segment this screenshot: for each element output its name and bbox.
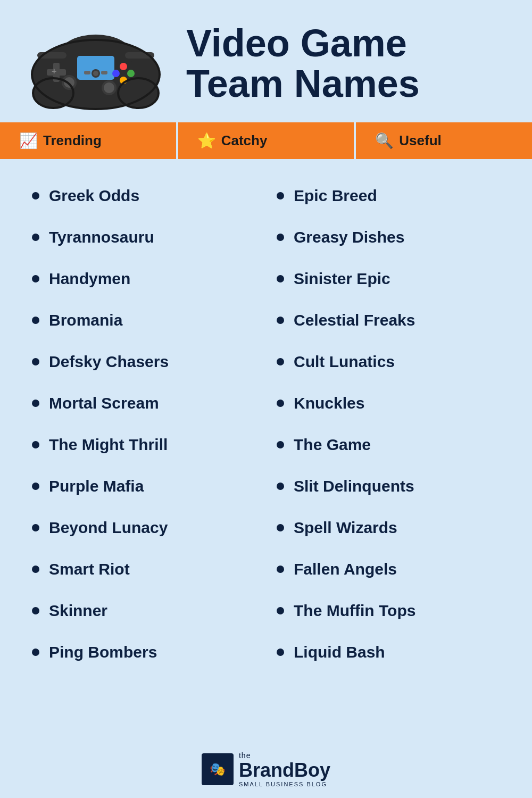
item-text: Smart Riot [49,560,130,578]
item-text: Ping Bombers [49,643,157,661]
catchy-icon: ⭐ [197,132,216,149]
item-text: Fallen Angels [294,560,397,578]
brand-icon: 🎭 [202,753,234,785]
svg-point-9 [127,70,135,77]
item-text: Knuckles [294,394,364,412]
item-text: Slit Delinquents [294,477,414,495]
bullet-icon [32,358,39,365]
tab-useful[interactable]: 🔍 Useful [356,122,532,159]
item-text: Sinister Epic [294,270,390,288]
list-item: The Muffin Tops [271,590,505,631]
bullet-icon [277,317,284,324]
bullet-icon [277,441,284,448]
svg-rect-17 [101,71,107,74]
bullet-icon [32,400,39,407]
list-item: Tyrannosauru [27,217,261,258]
item-text: Celestial Freaks [294,311,415,329]
tab-trending-label: Trending [43,132,102,149]
bullet-icon [32,524,39,531]
list-item: Handymen [27,258,261,300]
list-item: Mortal Scream [27,383,261,424]
list-item: Defsky Chasers [27,341,261,383]
svg-point-8 [120,63,127,70]
header: + [0,0,532,122]
bullet-icon [32,441,39,448]
list-item: Skinner [27,590,261,631]
item-text: Cult Lunatics [294,353,395,371]
page-title: Video Game Team Names [186,23,420,104]
left-column: Greek Odds Tyrannosauru Handymen Bromani… [27,175,261,673]
list-item: Cult Lunatics [271,341,505,383]
item-text: Greek Odds [49,187,139,205]
item-text: Liquid Bash [294,643,385,661]
bullet-icon [32,566,39,573]
item-text: Purple Mafia [49,477,144,495]
list-item: Greek Odds [27,175,261,217]
item-text: Bromania [49,311,122,329]
tab-catchy[interactable]: ⭐ Catchy [178,122,356,159]
bullet-icon [277,649,284,656]
list-item: Sinister Epic [271,258,505,300]
item-text: The Muffin Tops [294,602,415,620]
item-text: The Might Thrill [49,436,168,454]
bullet-icon [277,524,284,531]
list-item: Bromania [27,300,261,341]
svg-rect-16 [84,71,90,74]
item-text: Skinner [49,602,107,620]
list-item: Spell Wizards [271,507,505,548]
bullet-icon [32,192,39,200]
bullet-icon [277,234,284,241]
brand-text: the BrandBoy SMALL BUSINESS BLOG [239,752,330,787]
title-block: Video Game Team Names [170,23,420,104]
item-text: Defsky Chasers [49,353,169,371]
svg-text:+: + [52,66,56,76]
tab-catchy-label: Catchy [221,132,268,149]
list-item: Epic Breed [271,175,505,217]
list-item: Smart Riot [27,548,261,590]
list-item: Liquid Bash [271,631,505,673]
brand-name: BrandBoy [239,760,330,781]
tabs-row: 📈 Trending ⭐ Catchy 🔍 Useful [0,122,532,159]
trending-icon: 📈 [19,132,38,149]
list-item: Celestial Freaks [271,300,505,341]
list-item: Fallen Angels [271,548,505,590]
useful-icon: 🔍 [375,132,394,149]
list-item: Purple Mafia [27,466,261,507]
bullet-icon [32,483,39,490]
item-text: Beyond Lunacy [49,519,168,537]
item-text: Epic Breed [294,187,377,205]
item-text: Handymen [49,270,130,288]
list-item: The Game [271,424,505,466]
item-text: Mortal Scream [49,394,159,412]
bullet-icon [32,649,39,656]
list-item: The Might Thrill [27,424,261,466]
list-item: Knuckles [271,383,505,424]
controller-icon: + [21,16,170,112]
brand-logo: 🎭 the BrandBoy SMALL BUSINESS BLOG [202,752,330,787]
bullet-icon [277,483,284,490]
item-text: The Game [294,436,371,454]
bullet-icon [277,192,284,200]
bullet-icon [277,400,284,407]
brand-sub: SMALL BUSINESS BLOG [239,781,330,787]
tab-trending[interactable]: 📈 Trending [0,122,178,159]
bullet-icon [32,234,39,241]
bullet-icon [277,358,284,365]
item-text: Greasy Dishes [294,228,404,246]
item-text: Tyrannosauru [49,228,154,246]
bullet-icon [32,317,39,324]
bullet-icon [277,275,284,282]
bullet-icon [32,607,39,614]
content-area: Greek Odds Tyrannosauru Handymen Bromani… [0,159,532,689]
list-item: Beyond Lunacy [27,507,261,548]
footer: 🎭 the BrandBoy SMALL BUSINESS BLOG [191,741,341,798]
brand-the: the [239,752,330,760]
svg-point-21 [93,71,98,76]
list-item: Slit Delinquents [271,466,505,507]
svg-point-15 [104,82,114,93]
bullet-icon [277,566,284,573]
list-item: Ping Bombers [27,631,261,673]
svg-point-10 [112,70,120,77]
right-column: Epic Breed Greasy Dishes Sinister Epic C… [271,175,505,673]
bullet-icon [277,607,284,614]
